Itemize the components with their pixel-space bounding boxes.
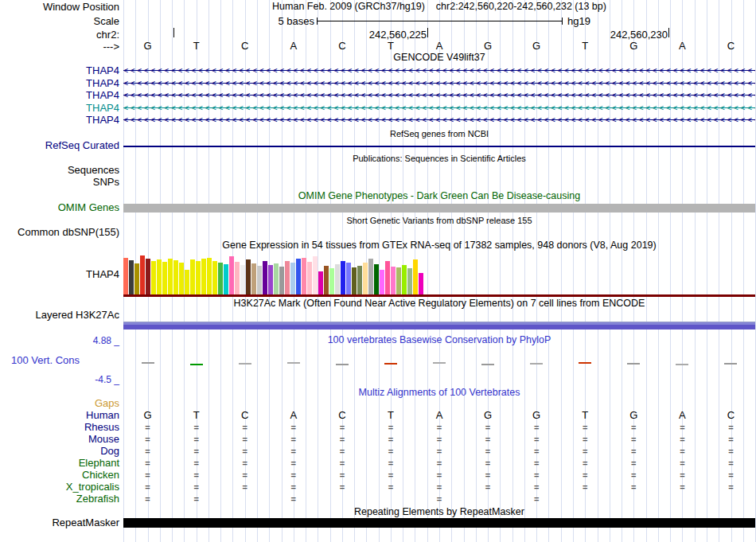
gtex-tissue-bar[interactable]	[335, 264, 340, 294]
aligned-base: A	[658, 410, 707, 421]
gtex-tissue-bar[interactable]	[296, 259, 301, 294]
gtex-tissue-bar[interactable]	[318, 271, 323, 294]
gtex-tissue-bar[interactable]	[290, 263, 295, 294]
phylop-tick	[627, 363, 640, 365]
gtex-tissue-bar[interactable]	[324, 266, 329, 294]
gtex-tissue-bar[interactable]	[140, 255, 145, 294]
base-letter: T	[561, 41, 610, 52]
gtex-tissue-bar[interactable]	[285, 261, 290, 294]
track-label-refseq-curated[interactable]: RefSeq Curated	[0, 140, 119, 150]
gtex-tissue-bar[interactable]	[363, 263, 368, 294]
gtex-bar-chart[interactable]	[123, 253, 755, 294]
gtex-tissue-bar[interactable]	[168, 259, 173, 294]
gtex-tissue-bar[interactable]	[196, 261, 201, 294]
gtex-tissue-bar[interactable]	[279, 267, 284, 294]
omim-genes-bar[interactable]	[123, 204, 755, 213]
gtex-tissue-bar[interactable]	[251, 263, 256, 294]
refseq-curated-line[interactable]	[123, 146, 755, 147]
gtex-tissue-bar[interactable]	[263, 261, 267, 294]
gtex-tissue-bar[interactable]	[190, 259, 195, 294]
gtex-tissue-bar[interactable]	[179, 263, 184, 294]
gtex-tissue-bar[interactable]	[229, 256, 234, 294]
multiz-species-label[interactable]: Rhesus	[0, 422, 119, 432]
gtex-tissue-bar[interactable]	[307, 262, 312, 294]
gtex-tissue-bar[interactable]	[419, 273, 423, 294]
gtex-tissue-bar[interactable]	[224, 264, 228, 294]
gtex-tissue-bar[interactable]	[240, 265, 245, 294]
gtex-tissue-bar[interactable]	[374, 264, 379, 294]
gtex-tissue-bar[interactable]	[346, 263, 351, 294]
gtex-tissue-bar[interactable]	[151, 261, 156, 294]
track-label-repeatmasker[interactable]: RepeatMasker	[0, 517, 119, 528]
track-label-snps[interactable]: SNPs	[0, 177, 119, 187]
track-label-gtex-gene[interactable]: THAP4	[0, 269, 119, 279]
multiz-species-label[interactable]: X_tropicalis	[0, 482, 119, 492]
gtex-tissue-bar[interactable]	[329, 268, 334, 294]
gencode-transcript-row[interactable]: <<<<<<<<<<<<<<<<<<<<<<<<<<<<<<<<<<<<<<<<…	[123, 115, 755, 125]
gencode-transcript-label[interactable]: THAP4	[0, 115, 119, 125]
gtex-tissue-bar[interactable]	[157, 259, 162, 294]
gencode-transcript-row[interactable]: <<<<<<<<<<<<<<<<<<<<<<<<<<<<<<<<<<<<<<<<…	[123, 78, 755, 88]
h3k27ac-signal-band[interactable]	[123, 322, 755, 329]
gtex-tissue-bar[interactable]	[413, 259, 418, 294]
gtex-tissue-bar[interactable]	[123, 258, 128, 294]
gencode-transcript-label[interactable]: THAP4	[0, 103, 119, 113]
repeatmasker-bar[interactable]	[123, 518, 755, 528]
multiz-alignment-row: GTCACTAGGTGAC	[123, 410, 755, 421]
gencode-transcript-label[interactable]: THAP4	[0, 65, 119, 76]
multiz-species-label[interactable]: Human	[0, 410, 119, 420]
gtex-tissue-bar[interactable]	[146, 259, 150, 294]
alignment-mark: =	[220, 458, 269, 469]
gencode-transcript-row[interactable]: <<<<<<<<<<<<<<<<<<<<<<<<<<<<<<<<<<<<<<<<…	[123, 65, 755, 76]
gtex-tissue-bar[interactable]	[352, 267, 357, 294]
gtex-tissue-bar[interactable]	[268, 265, 273, 294]
alignment-mark: =	[512, 470, 561, 481]
gencode-transcript-row[interactable]: <<<<<<<<<<<<<<<<<<<<<<<<<<<<<<<<<<<<<<<<…	[123, 103, 755, 113]
alignment-mark: =	[512, 493, 561, 505]
track-label-layered-h3k27ac[interactable]: Layered H3K27Ac	[0, 310, 119, 320]
track-label-common-dbsnp[interactable]: Common dbSNP(155)	[0, 227, 119, 237]
gencode-transcript-row[interactable]: <<<<<<<<<<<<<<<<<<<<<<<<<<<<<<<<<<<<<<<<…	[123, 90, 755, 100]
gtex-tissue-bar[interactable]	[173, 260, 178, 294]
gtex-tissue-bar[interactable]	[357, 266, 362, 294]
gtex-tissue-bar[interactable]	[162, 262, 167, 294]
phylop-tick	[190, 364, 203, 365]
gencode-transcript-label[interactable]: THAP4	[0, 90, 119, 100]
gtex-tissue-bar[interactable]	[341, 261, 345, 294]
gtex-tissue-bar[interactable]	[257, 266, 262, 294]
gtex-tissue-bar[interactable]	[185, 270, 189, 294]
multiz-species-label[interactable]: Gaps	[0, 398, 119, 408]
gtex-tissue-bar[interactable]	[368, 259, 373, 294]
multiz-species-label[interactable]: Mouse	[0, 434, 119, 444]
gtex-tissue-bar[interactable]	[302, 258, 306, 294]
gtex-tissue-bar[interactable]	[313, 256, 318, 294]
gtex-tissue-bar[interactable]	[207, 258, 212, 294]
gtex-tissue-bar[interactable]	[274, 263, 279, 294]
multiz-species-label[interactable]: Zebrafish	[0, 493, 119, 504]
gtex-tissue-bar[interactable]	[212, 261, 217, 294]
gencode-transcript-label[interactable]: THAP4	[0, 78, 119, 88]
alignment-mark: =	[561, 482, 610, 493]
track-label-omim-genes[interactable]: OMIM Genes	[0, 202, 119, 213]
gtex-tissue-bar[interactable]	[402, 265, 407, 294]
multiz-species-label[interactable]: Chicken	[0, 470, 119, 480]
gtex-tissue-bar[interactable]	[129, 260, 134, 294]
multiz-species-label[interactable]: Elephant	[0, 458, 119, 468]
gtex-tissue-bar[interactable]	[380, 270, 384, 294]
gtex-tissue-bar[interactable]	[407, 268, 412, 294]
dbsnp-track-title: Short Genetic Variants from dbSNP releas…	[123, 216, 755, 226]
gtex-tissue-bar[interactable]	[396, 267, 401, 294]
base-letter: G	[512, 41, 561, 52]
gtex-tissue-bar[interactable]	[201, 259, 206, 294]
multiz-species-label[interactable]: Dog	[0, 446, 119, 456]
phylop-tick	[530, 363, 543, 365]
gtex-tissue-bar[interactable]	[385, 261, 390, 294]
track-label-100-vert-cons[interactable]: 100 Vert. Cons	[11, 354, 80, 366]
gtex-tissue-bar[interactable]	[218, 263, 223, 294]
gtex-tissue-bar[interactable]	[134, 263, 139, 294]
chrom-label: chr2:	[0, 29, 119, 40]
gtex-tissue-bar[interactable]	[246, 259, 251, 294]
track-label-sequences[interactable]: Sequences	[0, 165, 119, 175]
gtex-tissue-bar[interactable]	[391, 267, 396, 294]
gtex-tissue-bar[interactable]	[235, 262, 240, 294]
